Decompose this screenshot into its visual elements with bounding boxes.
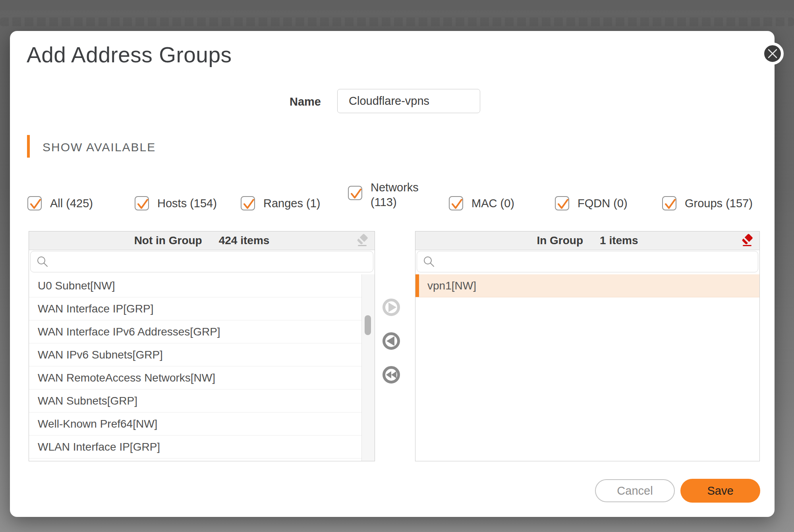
in-group-panel-count: 1 items (600, 234, 638, 247)
move-all-left-button[interactable] (383, 366, 400, 384)
list-item[interactable]: WAN IPv6 Subnets[GRP] (29, 343, 362, 366)
section-accent-bar (27, 135, 30, 158)
in-group-search-input[interactable] (417, 251, 758, 272)
filter-item-networks: Networks (113) (348, 186, 430, 210)
page-title: Add Address Groups (27, 42, 232, 67)
section-title: SHOW AVAILABLE (43, 141, 156, 154)
search-icon (423, 255, 436, 269)
in-group-panel-header: In Group 1 items (415, 231, 759, 250)
cancel-button[interactable]: Cancel (595, 479, 675, 502)
available-search-input[interactable] (31, 251, 373, 272)
filter-item-mac: MAC (0) (449, 196, 514, 210)
filter-checkbox-groups[interactable] (662, 196, 676, 210)
eraser-icon (355, 233, 369, 248)
scrollbar-thumb[interactable] (365, 315, 371, 335)
move-right-icon (388, 303, 396, 312)
filter-checkbox-networks[interactable] (348, 186, 362, 200)
available-panel-count: 424 items (219, 234, 270, 247)
move-left-icon (386, 336, 394, 346)
list-item[interactable]: U0 Subnet[NW] (29, 274, 362, 297)
move-right-button[interactable] (383, 299, 400, 316)
backdrop-texture-tabs (0, 17, 794, 26)
check-icon (135, 196, 150, 211)
check-icon (449, 196, 464, 211)
clear-available-button[interactable] (355, 233, 369, 248)
move-all-left-icon (386, 371, 391, 378)
filter-label: All (425) (50, 196, 93, 210)
available-search-box (30, 251, 373, 272)
filter-checkbox-ranges[interactable] (241, 196, 255, 210)
in-group-list: vpn1[NW] (415, 274, 759, 461)
filter-checkbox-hosts[interactable] (135, 196, 149, 210)
available-list-panel: Not in Group 424 items U0 Subnet[NW] (29, 231, 375, 461)
check-icon (241, 196, 256, 211)
filter-item-ranges: Ranges (1) (241, 196, 320, 210)
filter-item-groups: Groups (157) (662, 196, 753, 210)
list-item[interactable]: WAN Interface IPv6 Addresses[GRP] (29, 320, 362, 343)
filter-item-hosts: Hosts (154) (135, 196, 217, 210)
available-panel-title: Not in Group (134, 234, 202, 247)
filter-checkbox-fqdn[interactable] (555, 196, 569, 210)
backdrop-texture-band (0, 0, 794, 10)
list-item[interactable]: WAN Interface IP[GRP] (29, 297, 362, 320)
filter-checkbox-all[interactable] (27, 196, 42, 210)
name-label: Name (248, 95, 321, 108)
move-left-button[interactable] (383, 332, 400, 350)
filter-checkbox-mac[interactable] (449, 196, 463, 210)
save-button[interactable]: Save (680, 479, 760, 503)
scrollbar-track[interactable] (361, 274, 375, 461)
filter-label: Groups (157) (685, 196, 753, 210)
list-item[interactable]: WAN RemoteAccess Networks[NW] (29, 366, 362, 389)
close-icon (766, 47, 779, 60)
check-icon (348, 186, 363, 201)
filter-item-all: All (425) (27, 196, 93, 210)
filter-label: Networks (113) (371, 180, 430, 210)
filter-label: Hosts (154) (157, 196, 217, 210)
list-item[interactable]: WAN Subnets[GRP] (29, 389, 362, 412)
list-item[interactable]: Well-Known Pref64[NW] (29, 412, 362, 436)
available-panel-header: Not in Group 424 items (29, 231, 375, 250)
close-button[interactable] (761, 42, 784, 65)
add-address-groups-dialog: Add Address Groups Name SHOW AVAILABLE A… (10, 31, 775, 517)
in-group-panel-title: In Group (537, 234, 583, 247)
filter-label: Ranges (1) (263, 196, 320, 210)
filter-item-fqdn: FQDN (0) (555, 196, 628, 210)
eraser-icon (740, 233, 754, 248)
search-icon (36, 255, 50, 269)
filter-label: FQDN (0) (578, 196, 628, 210)
list-item[interactable]: WLAN Interface IP[GRP] (29, 436, 362, 459)
name-input[interactable] (337, 89, 480, 113)
in-group-search-box (417, 251, 758, 272)
move-all-left-icon (391, 371, 396, 378)
check-icon (663, 196, 678, 211)
clear-in-group-button[interactable] (740, 233, 754, 248)
in-group-list-panel: In Group 1 items vpn1[NW] (415, 231, 760, 461)
list-item-selected[interactable]: vpn1[NW] (415, 274, 759, 297)
filter-label: MAC (0) (471, 196, 514, 210)
check-icon (555, 196, 570, 211)
available-list: U0 Subnet[NW] WAN Interface IP[GRP] WAN … (29, 274, 362, 461)
check-icon (28, 196, 43, 211)
